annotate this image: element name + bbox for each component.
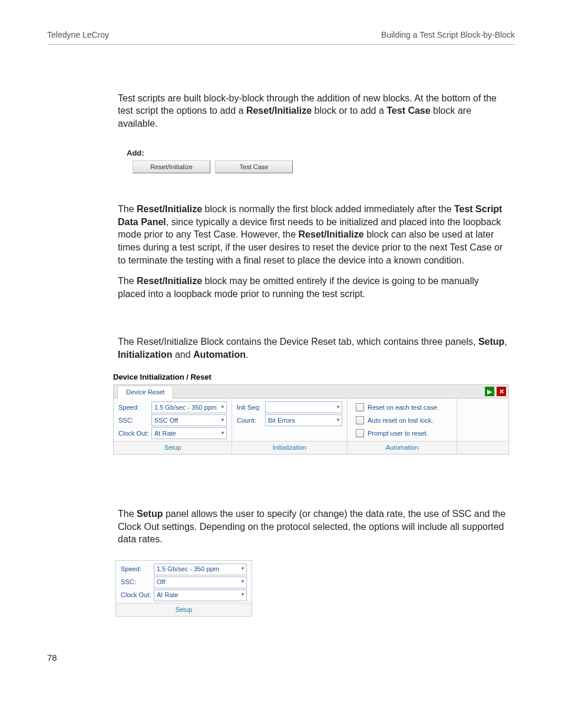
trailing-panel	[457, 398, 508, 454]
autoreset-checkbox[interactable]	[356, 416, 364, 424]
initseq-combo[interactable]: ▼	[265, 401, 342, 413]
add-buttons-figure: Add: Reset/Initialize Test Case	[127, 148, 509, 174]
reset-init-paragraph: The Reset/Initialize block is normally t…	[118, 203, 509, 266]
chevron-down-icon: ▼	[336, 404, 340, 411]
chevron-down-icon: ▼	[220, 404, 225, 411]
add-label: Add:	[127, 148, 509, 159]
sf-clockout-label: Clock Out:	[121, 591, 154, 599]
chevron-down-icon: ▼	[336, 417, 340, 424]
count-combo[interactable]: Bit Errors▼	[265, 414, 342, 426]
sf-ssc-combo[interactable]: Off▼	[154, 577, 247, 588]
prompt-label: Prompt user to reset.	[368, 429, 428, 438]
setup-panel-figure: Speed: 1.5 Gb/sec - 350 ppm▼ SSC: Off▼ C…	[115, 560, 252, 617]
intro-paragraph: Test scripts are built block-by-block th…	[118, 92, 509, 130]
reset-each-label: Reset on each test case	[368, 403, 437, 412]
speed-label: Speed:	[118, 403, 151, 412]
reset-initialize-button[interactable]: Reset/Initialize	[133, 160, 210, 173]
omit-paragraph: The Reset/Initialize block may be omitte…	[118, 275, 509, 300]
sf-setup-foot: Setup	[116, 603, 252, 616]
count-label: Count:	[237, 416, 265, 425]
speed-combo[interactable]: 1.5 Gb/sec - 350 ppm▼	[151, 401, 227, 413]
ssc-label: SSC:	[118, 416, 151, 425]
close-icon[interactable]: ✕	[497, 387, 506, 396]
chevron-down-icon: ▼	[240, 579, 245, 585]
chevron-down-icon: ▼	[240, 592, 245, 598]
sf-speed-combo[interactable]: 1.5 Gb/sec - 350 ppm▼	[154, 564, 247, 575]
sf-ssc-label: SSC:	[121, 578, 154, 587]
ssc-combo[interactable]: SSC Off▼	[151, 414, 227, 426]
initialization-foot: Initialization	[232, 441, 347, 454]
device-init-title: Device Initialization / Reset	[113, 372, 509, 383]
reset-each-checkbox[interactable]	[356, 403, 364, 411]
sf-clockout-combo[interactable]: At Rate▼	[154, 589, 247, 601]
autoreset-label: Auto reset on lost lock.	[368, 416, 433, 425]
setup-foot: Setup	[114, 441, 232, 454]
test-case-button[interactable]: Test Case	[215, 160, 293, 173]
device-reset-tab[interactable]: Device Reset	[117, 386, 173, 399]
setup-paragraph: The Setup panel allows the user to speci…	[118, 508, 509, 546]
run-icon[interactable]: ▶	[485, 387, 494, 396]
automation-foot: Automation	[348, 441, 457, 454]
initialization-panel: Init Seq: ▼ Count: Bit Errors▼	[232, 398, 348, 454]
automation-panel: Reset on each test case Auto reset on lo…	[348, 398, 457, 454]
chevron-down-icon: ▼	[240, 566, 245, 572]
setup-panel: Speed: 1.5 Gb/sec - 350 ppm▼ SSC: SSC Of…	[114, 398, 232, 454]
panels-paragraph: The Reset/Initialize Block contains the …	[118, 335, 509, 361]
header-left: Teledyne LeCroy	[47, 29, 109, 41]
sf-speed-label: Speed:	[121, 565, 154, 574]
chevron-down-icon: ▼	[220, 417, 225, 424]
clockout-combo[interactable]: At Rate▼	[151, 427, 227, 439]
clockout-label: Clock Out:	[118, 429, 151, 438]
initseq-label: Init Seq:	[237, 403, 265, 412]
page-number: 78	[47, 652, 515, 664]
header-right: Building a Test Script Block-by-Block	[381, 29, 515, 41]
chevron-down-icon: ▼	[220, 430, 225, 437]
prompt-checkbox[interactable]	[356, 429, 364, 437]
device-init-figure: Device Initialization / Reset Device Res…	[113, 372, 509, 454]
